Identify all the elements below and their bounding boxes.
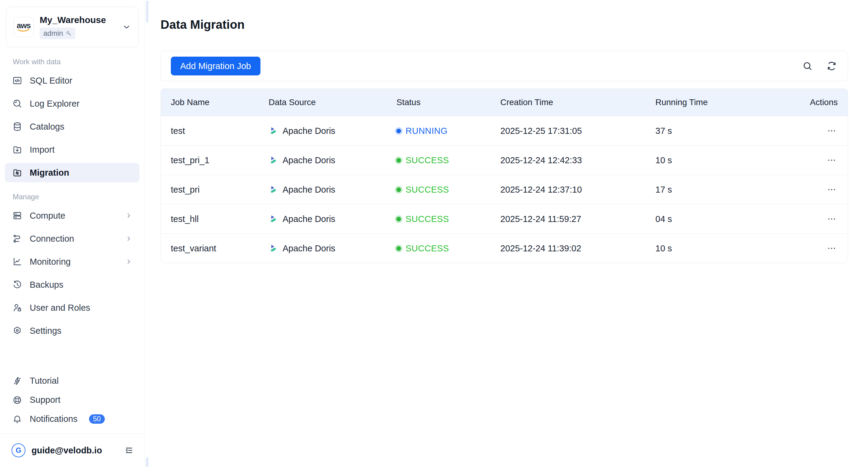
status-badge: RUNNING [397,126,500,136]
chevron-down-icon [122,23,131,31]
table-row: test_variant Apache Doris SUCCESS 2025-1… [161,234,848,263]
row-actions-menu-icon[interactable] [826,154,838,166]
row-actions-menu-icon[interactable] [826,213,838,225]
apache-doris-icon [269,244,278,253]
creation-time-cell: 2025-12-24 11:39:02 [500,244,655,253]
running-time-cell: 04 s [655,214,788,224]
data-source-label: Apache Doris [283,155,335,165]
import-icon [12,145,23,155]
sidebar-item-label: Compute [30,211,65,221]
collapse-sidebar-icon[interactable] [124,445,134,455]
status-badge: SUCCESS [397,244,500,253]
sidebar-item-backups[interactable]: Backups [5,275,139,294]
scrollbar-thumb-bottom[interactable] [146,457,148,467]
user-account-row[interactable]: G guide@velodb.io [0,434,144,467]
job-name-cell: test [171,126,269,136]
row-actions-menu-icon[interactable] [826,184,838,196]
sidebar-item-label: Support [30,395,61,405]
add-migration-job-button[interactable]: Add Migration Job [171,57,260,75]
job-name-cell: test_hll [171,214,269,224]
row-actions-menu-icon[interactable] [826,125,838,137]
data-source-cell: Apache Doris [269,214,397,224]
page-title: Data Migration [160,18,848,31]
support-icon [12,395,23,405]
section-label-manage: Manage [13,193,139,201]
table-row: test_pri_1 Apache Doris SUCCESS 2025-12-… [161,145,848,175]
data-source-cell: Apache Doris [269,185,397,195]
sidebar-item-user-and-roles[interactable]: User and Roles [5,298,139,317]
running-time-cell: 10 s [655,244,788,253]
notifications-count-badge: 50 [89,414,105,424]
status-label: SUCCESS [406,214,449,224]
table-row: test_pri Apache Doris SUCCESS 2025-12-24… [161,175,848,204]
role-badge-label: admin [43,29,63,37]
sidebar-item-label: Connection [30,234,74,244]
column-header-creation-time: Creation Time [500,97,655,107]
sidebar-item-label: Notifications [30,414,78,424]
settings-icon [12,325,23,336]
role-badge: admin [40,28,75,39]
status-badge: SUCCESS [397,185,500,195]
sidebar: aws My_Warehouse admin Work [0,0,145,467]
warehouse-switcher[interactable]: aws My_Warehouse admin [6,7,139,47]
sidebar-item-settings[interactable]: Settings [5,321,139,340]
toolbar: Add Migration Job [160,51,848,81]
sidebar-item-import[interactable]: Import [5,140,139,159]
sidebar-item-label: SQL Editor [30,76,72,86]
backups-icon [12,280,23,290]
sidebar-item-log-explorer[interactable]: Log Explorer [5,94,139,113]
monitoring-icon [12,256,23,267]
sidebar-footer-nav: Tutorial Support Notifications 50 [0,371,144,429]
status-dot [397,129,401,133]
refresh-icon[interactable] [827,61,837,71]
data-source-label: Apache Doris [283,214,335,224]
apache-doris-icon [269,126,278,135]
chevron-right-icon [125,235,133,243]
notifications-icon [12,414,23,424]
sidebar-item-support[interactable]: Support [5,391,139,409]
sidebar-item-compute[interactable]: Compute [5,206,139,225]
row-actions-menu-icon[interactable] [826,242,838,254]
column-header-actions: Actions [788,97,838,107]
running-time-cell: 37 s [655,126,788,136]
user-email: guide@velodb.io [31,445,102,456]
column-header-data-source: Data Source [269,97,397,107]
data-source-label: Apache Doris [283,126,335,136]
creation-time-cell: 2025-12-24 11:59:27 [500,214,655,224]
data-source-cell: Apache Doris [269,126,397,136]
main-content: Data Migration Add Migration Job Job Nam… [145,0,868,467]
sidebar-item-label: User and Roles [30,303,90,313]
status-label: SUCCESS [406,185,449,195]
sidebar-item-label: Monitoring [30,257,70,267]
running-time-cell: 10 s [655,155,788,165]
sidebar-item-tutorial[interactable]: Tutorial [5,371,139,391]
migration-jobs-table: Job Name Data Source Status Creation Tim… [160,88,848,263]
sidebar-item-catalogs[interactable]: Catalogs [5,117,139,136]
tutorial-icon [12,376,23,386]
sidebar-item-monitoring[interactable]: Monitoring [5,252,139,271]
sidebar-item-label: Migration [30,168,69,178]
column-header-status: Status [397,97,500,107]
sidebar-item-label: Backups [30,280,63,290]
aws-logo: aws [13,17,34,37]
sidebar-item-connection[interactable]: Connection [5,229,139,248]
search-icon[interactable] [802,61,813,71]
migration-icon [12,167,23,178]
apache-doris-icon [269,185,278,194]
creation-time-cell: 2025-12-25 17:31:05 [500,126,655,136]
status-label: SUCCESS [406,244,449,253]
sidebar-item-label: Import [30,145,55,155]
scrollbar-thumb-top[interactable] [146,1,148,23]
sidebar-item-notifications[interactable]: Notifications 50 [5,409,139,429]
sidebar-item-label: Settings [30,326,61,336]
status-badge: SUCCESS [397,155,500,165]
job-name-cell: test_pri [171,185,269,195]
connection-icon [12,234,23,244]
job-name-cell: test_pri_1 [171,155,269,165]
sidebar-item-sql-editor[interactable]: SQL Editor [5,71,139,90]
column-header-running-time: Running Time [655,97,788,107]
sidebar-item-label: Tutorial [30,376,59,386]
apache-doris-icon [269,156,278,165]
app-window: aws My_Warehouse admin Work [0,0,868,467]
sidebar-item-migration[interactable]: Migration [5,163,139,182]
